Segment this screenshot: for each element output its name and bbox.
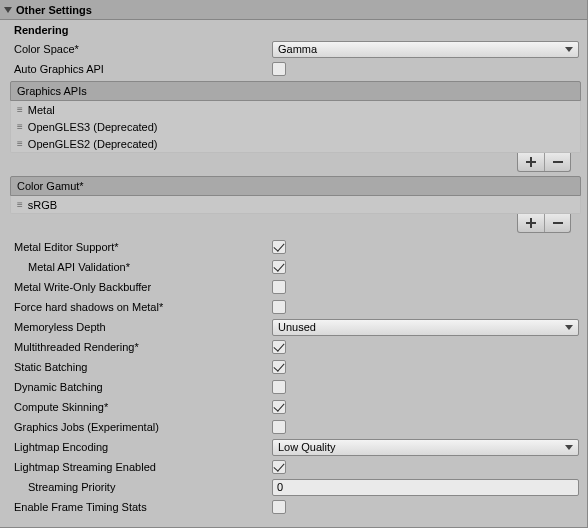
row-metal-api-validation: Metal API Validation* — [0, 257, 587, 277]
label-compute-skinning: Compute Skinning* — [14, 401, 272, 413]
label-lightmap-encoding: Lightmap Encoding — [14, 441, 272, 453]
svg-rect-1 — [553, 222, 563, 224]
row-multithreaded-rendering: Multithreaded Rendering* — [0, 337, 587, 357]
section-header-other-settings[interactable]: Other Settings — [0, 0, 587, 20]
listbox-header-graphics-apis: Graphics APIs — [10, 81, 581, 101]
row-auto-graphics-api: Auto Graphics API — [0, 59, 587, 79]
drag-handle-icon[interactable]: ≡ — [17, 124, 22, 130]
label-force-hard-shadows-on-metal: Force hard shadows on Metal* — [14, 301, 272, 313]
listbox-footer-color-gamut — [10, 214, 581, 233]
minus-icon — [553, 157, 563, 167]
listbox-title-graphics-apis: Graphics APIs — [17, 85, 87, 97]
checkbox-graphics-jobs[interactable] — [272, 420, 286, 434]
row-static-batching: Static Batching — [0, 357, 587, 377]
dropdown-color-space[interactable]: Gamma — [272, 41, 579, 58]
other-settings-panel: { "header": { "title": "Other Settings" … — [0, 0, 588, 528]
checkbox-metal-api-validation[interactable] — [272, 260, 286, 274]
add-button[interactable] — [518, 214, 544, 232]
row-color-space: Color Space* Gamma — [0, 39, 587, 59]
foldout-triangle-icon — [4, 7, 12, 13]
checkbox-force-hard-shadows-on-metal[interactable] — [272, 300, 286, 314]
label-metal-write-only-backbuffer: Metal Write-Only Backbuffer — [14, 281, 272, 293]
label-auto-graphics-api: Auto Graphics API — [14, 63, 272, 75]
listbox-body-color-gamut: ≡ sRGB — [10, 196, 581, 214]
row-metal-editor-support: Metal Editor Support* — [0, 237, 587, 257]
list-item[interactable]: ≡ OpenGLES2 (Deprecated) — [11, 135, 580, 152]
list-item-label: Metal — [28, 104, 55, 116]
svg-rect-0 — [553, 161, 563, 163]
checkbox-metal-editor-support[interactable] — [272, 240, 286, 254]
row-enable-frame-timing-stats: Enable Frame Timing Stats — [0, 497, 587, 517]
label-graphics-jobs: Graphics Jobs (Experimental) — [14, 421, 272, 433]
list-item[interactable]: ≡ OpenGLES3 (Deprecated) — [11, 118, 580, 135]
add-button[interactable] — [518, 153, 544, 171]
label-metal-editor-support: Metal Editor Support* — [14, 241, 272, 253]
label-lightmap-streaming-enabled: Lightmap Streaming Enabled — [14, 461, 272, 473]
checkbox-auto-graphics-api[interactable] — [272, 62, 286, 76]
label-color-space: Color Space* — [14, 43, 272, 55]
remove-button[interactable] — [544, 214, 570, 232]
list-item-label: OpenGLES3 (Deprecated) — [28, 121, 158, 133]
checkbox-metal-write-only-backbuffer[interactable] — [272, 280, 286, 294]
drag-handle-icon[interactable]: ≡ — [17, 141, 22, 147]
row-lightmap-streaming-enabled: Lightmap Streaming Enabled — [0, 457, 587, 477]
listbox-title-color-gamut: Color Gamut* — [17, 180, 84, 192]
listbox-body-graphics-apis: ≡ Metal ≡ OpenGLES3 (Deprecated) ≡ OpenG… — [10, 101, 581, 153]
row-metal-write-only-backbuffer: Metal Write-Only Backbuffer — [0, 277, 587, 297]
plus-icon — [526, 218, 536, 228]
row-dynamic-batching: Dynamic Batching — [0, 377, 587, 397]
label-multithreaded-rendering: Multithreaded Rendering* — [14, 341, 272, 353]
label-dynamic-batching: Dynamic Batching — [14, 381, 272, 393]
row-memoryless-depth: Memoryless Depth Unused — [0, 317, 587, 337]
dropdown-lightmap-encoding[interactable]: Low Quality — [272, 439, 579, 456]
label-memoryless-depth: Memoryless Depth — [14, 321, 272, 333]
listbox-header-color-gamut: Color Gamut* — [10, 176, 581, 196]
row-lightmap-encoding: Lightmap Encoding Low Quality — [0, 437, 587, 457]
list-item[interactable]: ≡ sRGB — [11, 196, 580, 213]
checkbox-dynamic-batching[interactable] — [272, 380, 286, 394]
row-streaming-priority: Streaming Priority — [0, 477, 587, 497]
checkbox-enable-frame-timing-stats[interactable] — [272, 500, 286, 514]
row-force-hard-shadows-on-metal: Force hard shadows on Metal* — [0, 297, 587, 317]
checkbox-static-batching[interactable] — [272, 360, 286, 374]
drag-handle-icon[interactable]: ≡ — [17, 107, 22, 113]
checkbox-lightmap-streaming-enabled[interactable] — [272, 460, 286, 474]
label-streaming-priority: Streaming Priority — [28, 481, 272, 493]
checkbox-multithreaded-rendering[interactable] — [272, 340, 286, 354]
minus-icon — [553, 218, 563, 228]
label-enable-frame-timing-stats: Enable Frame Timing Stats — [14, 501, 272, 513]
list-item[interactable]: ≡ Metal — [11, 101, 580, 118]
plus-icon — [526, 157, 536, 167]
list-item-label: OpenGLES2 (Deprecated) — [28, 138, 158, 150]
listbox-footer-graphics-apis — [10, 153, 581, 172]
row-compute-skinning: Compute Skinning* — [0, 397, 587, 417]
label-metal-api-validation: Metal API Validation* — [28, 261, 272, 273]
row-graphics-jobs: Graphics Jobs (Experimental) — [0, 417, 587, 437]
dropdown-memoryless-depth[interactable]: Unused — [272, 319, 579, 336]
list-item-label: sRGB — [28, 199, 57, 211]
drag-handle-icon[interactable]: ≡ — [17, 202, 22, 208]
checkbox-compute-skinning[interactable] — [272, 400, 286, 414]
subsection-title-rendering: Rendering — [0, 20, 587, 39]
input-streaming-priority[interactable] — [272, 479, 579, 496]
section-header-title: Other Settings — [16, 4, 92, 16]
label-static-batching: Static Batching — [14, 361, 272, 373]
remove-button[interactable] — [544, 153, 570, 171]
